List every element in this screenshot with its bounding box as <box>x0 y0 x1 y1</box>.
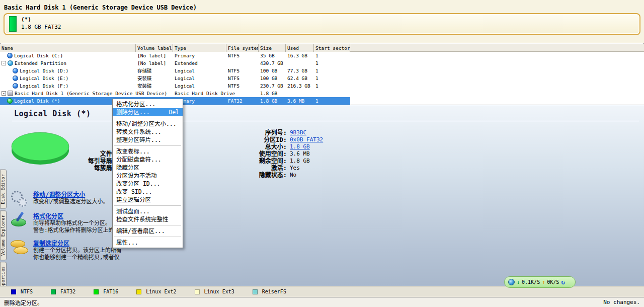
menu-separator <box>114 145 181 146</box>
disk-blue-icon <box>13 83 18 89</box>
field-value[interactable]: 0x0B FAT32 <box>290 136 323 143</box>
tab-volume-explorer[interactable]: Volume Explorer <box>0 210 7 260</box>
disk-blue-icon <box>13 68 18 73</box>
menu-item[interactable]: 属性... <box>113 239 183 247</box>
table-row[interactable]: Logical Disk (E:)安装碟LogicalNTFS100 GB62.… <box>0 74 350 82</box>
column-header[interactable]: Size <box>259 44 286 52</box>
table-row[interactable]: Logical Disk (C:)[No label]PrimaryNTFS35… <box>0 52 350 59</box>
table-row[interactable]: -Extended Partition[No label]Extended430… <box>0 59 350 67</box>
legend-label: Linux Ext2 <box>146 289 176 294</box>
menu-item[interactable]: 分配磁盘盘符... <box>113 156 183 164</box>
menu-item-label: 分区设为不活动 <box>116 172 157 180</box>
cell-used: 16.3 GB <box>286 52 314 59</box>
cell-used <box>286 59 314 67</box>
legend-swatch-icon <box>195 289 200 294</box>
field-value: No <box>290 172 296 179</box>
property-field: 隐藏状态:No <box>215 172 323 179</box>
cell-volume_label: 安装碟 <box>136 82 173 90</box>
name-cell: -Extended Partition <box>0 59 136 67</box>
field-label: 剩余空间: <box>215 158 287 165</box>
field-label: 激活: <box>215 165 287 172</box>
table-header: NameVolume labelTypeFile systemSizeUsedS… <box>0 44 644 52</box>
menu-item[interactable]: 格式化分区... <box>113 100 183 108</box>
cell-file_system: NTFS <box>226 82 259 90</box>
menu-item[interactable]: 改变卷标... <box>113 147 183 156</box>
column-header[interactable]: Used <box>286 44 314 52</box>
legend-label: FAT32 <box>60 289 75 294</box>
cell-file_system <box>226 90 259 97</box>
table-row[interactable]: -Basic Hard Disk 1 (Generic Storage Devi… <box>0 90 350 97</box>
legend-item: FAT16 <box>94 289 118 294</box>
menu-item-label: 检查文件系统完整性 <box>116 215 169 223</box>
menu-separator <box>114 118 181 118</box>
menu-item-label: 删除分区... <box>116 108 150 116</box>
property-field: 总大小:1.8 GB <box>215 143 323 150</box>
action-link[interactable]: 复制选定分区 <box>33 239 122 247</box>
status-bar: 删除选定分区。 No changes. <box>0 297 644 307</box>
right-fields: 序列号:9B3BC分区ID:0x0B FAT32总大小:1.8 GB使用空间:3… <box>215 129 323 179</box>
tree-expander-icon[interactable]: - <box>2 91 6 96</box>
tab-disk-editor[interactable]: Disk Editor <box>0 170 7 209</box>
tree-expander-icon[interactable]: - <box>2 61 6 65</box>
menu-item[interactable]: 编辑/查看扇区... <box>113 227 183 235</box>
menu-item[interactable]: 分区设为不活动 <box>113 172 183 180</box>
column-header[interactable]: File system <box>226 44 259 52</box>
action-text: 复制选定分区创建一个分区拷贝。该分区上的所有你也能够创建一个精确拷贝,或者仅 <box>33 239 122 261</box>
disk-bar[interactable]: (*) 1.8 GB FAT32 <box>4 13 640 35</box>
cell-used: 216.3 GB <box>286 82 314 90</box>
column-header[interactable]: Type <box>173 44 226 52</box>
menu-item[interactable]: 隐藏分区 <box>113 164 183 172</box>
cell-volume_label: [No label] <box>136 59 173 67</box>
app-window: Basic Hard Disk 1 (Generic Storage Devic… <box>0 0 644 307</box>
up-speed: 0K/S <box>547 279 559 285</box>
action-text: 移动/调整分区大小改变和/或调整选定分区大小。 <box>33 190 109 207</box>
disk-blue-icon <box>13 75 18 81</box>
legend-swatch-icon <box>51 289 56 294</box>
legend-item: Linux Ext2 <box>136 289 176 294</box>
menu-item[interactable]: 检查文件系统完整性 <box>113 215 183 223</box>
cell-start_sector: 1 <box>314 82 350 90</box>
net-speed-monitor[interactable]: ↓ 0.1K/S ↑ 0K/S ↻ <box>504 276 576 288</box>
action-link[interactable]: 格式化分区 <box>33 211 125 220</box>
field-value[interactable]: 9B3BC <box>290 129 306 136</box>
menu-item[interactable]: 测试盘面... <box>113 207 183 215</box>
menu-separator <box>114 237 181 237</box>
property-field: 剩余空间:1.8 GB <box>215 158 323 165</box>
menu-item[interactable]: 改变分区 ID... <box>113 180 183 188</box>
cell-type: Primary <box>173 52 226 59</box>
column-header[interactable]: Volume label <box>136 44 173 52</box>
property-field: 使用空间:3.6 MB <box>215 150 323 158</box>
field-value[interactable]: 1.8 GB <box>290 143 310 150</box>
action-link[interactable]: 移动/调整分区大小 <box>33 190 109 198</box>
legend-item: ReiserFS <box>253 289 286 294</box>
menu-item[interactable]: 整理分区碎片... <box>113 136 183 144</box>
cell-file_system: FAT32 <box>226 97 259 105</box>
menu-item[interactable]: 转换文件系统... <box>113 128 183 136</box>
legend-item: FAT32 <box>51 289 75 294</box>
menu-item[interactable]: 删除分区...Del <box>113 108 183 116</box>
table-row[interactable]: Logical Disk (D:)存储碟LogicalNTFS100 GB77.… <box>0 67 350 74</box>
menu-item[interactable]: 改变 SID... <box>113 188 183 196</box>
cell-size: 1.8 GB <box>259 90 286 97</box>
legend-swatch-icon <box>136 289 141 294</box>
menu-item[interactable]: 移动/调整分区大小... <box>113 120 183 128</box>
cell-volume_label: 安装碟 <box>136 74 173 82</box>
disk-blue-icon <box>7 53 13 58</box>
cell-type: Logical <box>173 67 226 74</box>
partition-block[interactable] <box>9 16 17 32</box>
refresh-icon[interactable]: ↻ <box>561 279 565 285</box>
property-field: 分区ID:0x0B FAT32 <box>215 136 323 143</box>
column-header[interactable]: Start sector <box>314 44 350 52</box>
cell-type: Logical <box>173 82 226 90</box>
menu-item-label: 测试盘面... <box>116 207 150 215</box>
table-row[interactable]: Logical Disk (F:)安装碟LogicalNTFS230.7 GB2… <box>0 82 350 90</box>
cell-size: 35 GB <box>259 52 286 59</box>
cell-size: 430.7 GB <box>259 59 286 67</box>
resize-icon <box>10 190 29 207</box>
cell-file_system <box>226 59 259 67</box>
column-header[interactable]: Name <box>0 44 136 52</box>
menu-item-label: 分配磁盘盘符... <box>116 156 162 164</box>
menu-item-label: 格式化分区... <box>116 100 155 108</box>
menu-item-label: 编辑/查看扇区... <box>116 227 165 235</box>
menu-item[interactable]: 建立逻辑分区 <box>113 196 183 204</box>
